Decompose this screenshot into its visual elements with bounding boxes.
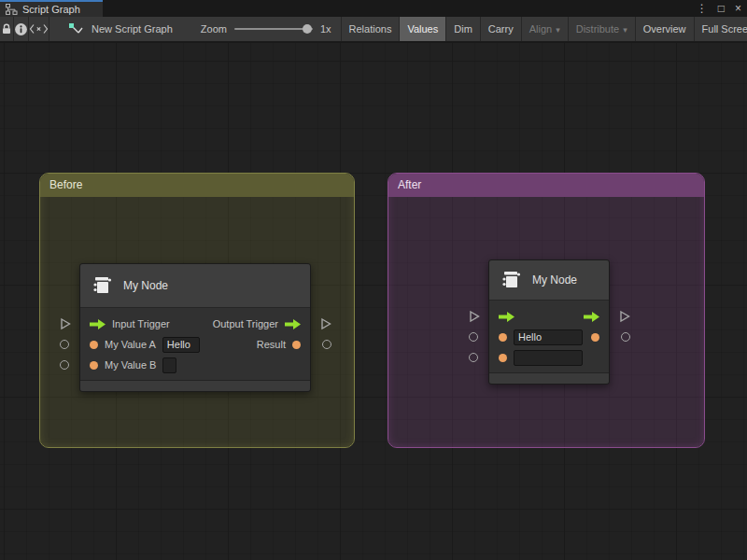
zoom-value: 1x (320, 23, 331, 35)
node-icon (500, 269, 523, 291)
external-value-input-connector[interactable] (60, 360, 69, 370)
info-icon (14, 22, 28, 36)
overview-button[interactable]: Overview (636, 17, 695, 41)
value-input-port-icon[interactable] (90, 361, 98, 370)
group-before-title: Before (49, 178, 82, 191)
fullscreen-button[interactable]: Full Screen (695, 17, 747, 41)
port-row-value-a: My Value A Result (80, 334, 310, 355)
more-icon[interactable]: ⋮ (697, 0, 708, 17)
node-title: My Node (123, 279, 168, 292)
external-flow-input-connector[interactable] (469, 311, 480, 323)
flow-output-port-icon[interactable] (285, 319, 301, 329)
port-row-value-b: My Value B (80, 355, 310, 375)
lock-icon (0, 22, 13, 35)
window-controls: ⋮ □ × (697, 0, 741, 17)
zoom-slider-handle[interactable] (303, 24, 312, 34)
port-row-value-a (489, 327, 609, 347)
value-output-port-icon[interactable] (292, 341, 301, 349)
tab-bar: Script Graph ⋮ □ × (0, 0, 747, 17)
port-label-input-trigger: Input Trigger (112, 318, 170, 329)
distribute-button[interactable]: Distribute ▾ (569, 17, 636, 41)
chevron-down-icon: ▾ (623, 25, 627, 35)
zoom-control: Zoom 1x (201, 23, 331, 35)
graph-toolbar: New Script Graph Zoom 1x Relations Value… (0, 17, 747, 42)
value-input-port-icon[interactable] (499, 354, 507, 362)
external-flow-output-connector[interactable] (619, 311, 630, 323)
external-value-input-connector[interactable] (60, 340, 69, 349)
port-row-trigger (489, 306, 609, 327)
flow-input-port-icon[interactable] (499, 312, 514, 322)
carry-button[interactable]: Carry (481, 17, 522, 41)
external-flow-input-connector[interactable] (60, 318, 71, 330)
zoom-slider[interactable] (234, 28, 313, 30)
external-value-output-connector[interactable] (322, 340, 331, 349)
node-header[interactable]: My Node (80, 264, 310, 308)
tab-script-graph[interactable]: Script Graph (0, 0, 103, 17)
close-icon[interactable]: × (735, 0, 741, 17)
port-row-value-b (489, 347, 609, 368)
group-after-header[interactable]: After (388, 174, 704, 197)
maximize-icon[interactable]: □ (718, 0, 725, 17)
node-icon (92, 274, 114, 297)
graph-canvas[interactable]: Before After My Node (0, 43, 747, 560)
external-value-input-connector[interactable] (469, 353, 478, 362)
tab-title: Script Graph (22, 4, 80, 15)
value-a-field[interactable] (514, 329, 583, 345)
port-label-my-value-a: My Value A (105, 339, 156, 350)
node-my-node-before[interactable]: My Node Input Trigger Output Trigger (79, 263, 311, 392)
port-label-result: Result (257, 339, 286, 350)
graph-edge-icon (68, 22, 84, 35)
chevron-down-icon: ▾ (556, 25, 560, 35)
align-button[interactable]: Align ▾ (522, 17, 569, 41)
node-footer (80, 380, 310, 391)
external-value-output-connector[interactable] (621, 332, 630, 342)
value-output-port-icon[interactable] (591, 333, 599, 342)
values-button[interactable]: Values (400, 17, 446, 41)
external-flow-output-connector[interactable] (320, 318, 331, 330)
script-graph-icon (6, 4, 18, 15)
value-input-port-icon[interactable] (90, 341, 98, 349)
port-row-trigger: Input Trigger Output Trigger (80, 314, 310, 334)
node-ports: Input Trigger Output Trigger My Value A (80, 308, 310, 380)
port-label-my-value-b: My Value B (105, 359, 156, 371)
info-button[interactable] (14, 17, 29, 41)
port-label-output-trigger: Output Trigger (213, 318, 278, 329)
graph-title-label: New Script Graph (92, 23, 173, 35)
graph-info-segment: New Script Graph Zoom 1x (49, 17, 342, 41)
lock-button[interactable] (0, 17, 14, 41)
code-view-button[interactable] (29, 17, 49, 41)
group-after-title: After (398, 178, 421, 191)
flow-output-port-icon[interactable] (584, 312, 599, 322)
value-input-port-icon[interactable] (499, 333, 507, 342)
group-before-header[interactable]: Before (40, 174, 354, 197)
node-ports (489, 301, 609, 372)
flow-input-port-icon[interactable] (90, 319, 106, 329)
dim-button[interactable]: Dim (446, 17, 481, 41)
node-header[interactable]: My Node (489, 260, 609, 301)
node-my-node-after[interactable]: My Node (488, 259, 610, 385)
relations-button[interactable]: Relations (342, 17, 401, 41)
value-b-field[interactable] (514, 350, 583, 366)
my-value-b-field[interactable] (162, 357, 176, 373)
code-view-icon (29, 23, 49, 35)
external-value-input-connector[interactable] (469, 332, 478, 342)
my-value-a-field[interactable] (162, 337, 200, 353)
zoom-label: Zoom (201, 23, 227, 35)
node-footer (489, 372, 609, 384)
node-title: My Node (532, 273, 577, 287)
